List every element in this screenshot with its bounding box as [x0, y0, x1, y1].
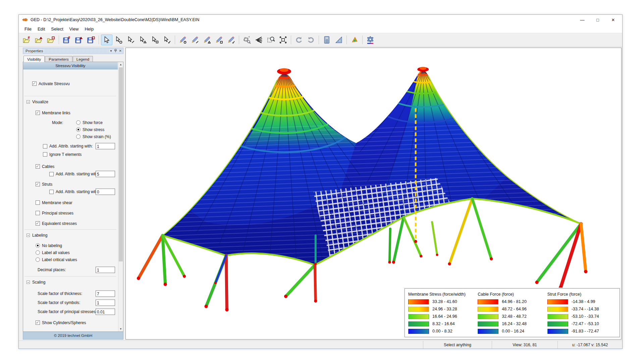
menu-edit[interactable]: Edit: [35, 25, 48, 33]
visualize-section-header[interactable]: Visualize: [23, 99, 118, 105]
struts-add-attrib-row: Add. Attrib. starting with: 0: [23, 188, 118, 196]
no-labeling-radio[interactable]: [36, 243, 40, 248]
collapse-minus-icon[interactable]: [26, 100, 30, 104]
select-polyline-button[interactable]: [161, 35, 173, 45]
scaling-section-header[interactable]: Scaling: [23, 279, 118, 286]
struts-checkbox[interactable]: [36, 182, 40, 186]
save-geometry-button[interactable]: [73, 35, 85, 45]
select-line-button[interactable]: [125, 35, 137, 45]
label-all-row: Label all values: [23, 249, 118, 256]
ignore-t-elements-checkbox[interactable]: [43, 152, 47, 157]
viewport-3d[interactable]: Membrane Stress (force/width) 33.28 - 41…: [125, 48, 622, 340]
scale-thickness-input[interactable]: 7: [96, 291, 115, 297]
cables-add-attrib-checkbox[interactable]: [49, 172, 54, 176]
save-mesh-button[interactable]: #: [61, 35, 72, 45]
labeling-section-header[interactable]: Labeling: [23, 232, 118, 239]
panel-footer: © 2019 technet GmbH: [23, 332, 123, 340]
maximize-button[interactable]: □: [590, 15, 605, 25]
open-mesh-button[interactable]: #: [21, 35, 33, 45]
title-bar[interactable]: GED - D:\2_Projekte\Easy\2020\03_26_Webs…: [19, 15, 622, 25]
menu-file[interactable]: File: [21, 25, 35, 33]
show-strain-radio[interactable]: [76, 134, 80, 139]
minimize-button[interactable]: —: [575, 15, 590, 25]
panel-scrollbar[interactable]: ▲ ▼: [118, 62, 123, 331]
stress-plot-button[interactable]: [349, 35, 360, 45]
membrane-links-checkbox[interactable]: [36, 111, 40, 115]
cables-checkbox[interactable]: [36, 164, 40, 169]
tab-legend[interactable]: Legend: [73, 56, 93, 62]
legend-column-title: Membrane Stress (force/width): [408, 291, 478, 298]
tab-parameters[interactable]: Parameters: [45, 56, 72, 62]
show-force-radio[interactable]: [76, 120, 80, 125]
draw-point-button[interactable]: [177, 35, 189, 45]
menu-view[interactable]: View: [66, 25, 82, 33]
properties-tabs: Visibility Parameters Legend: [23, 54, 123, 62]
toolbar-separator: [319, 36, 319, 44]
mode-row-strain: Show strain (%): [23, 133, 118, 140]
activate-stressvu-checkbox[interactable]: [32, 81, 37, 86]
menu-select[interactable]: Select: [48, 25, 66, 33]
legend-swatch: [408, 299, 429, 304]
decimal-places-input[interactable]: 1: [96, 267, 115, 273]
properties-content: Stressvu Visibility Activate Stressvu Vi…: [23, 62, 123, 332]
panel-close-icon[interactable]: ✕: [119, 49, 122, 53]
menu-help[interactable]: Help: [82, 25, 97, 33]
legend-strut-column: Strut Force (force) -14.38 - 4.99 -33.74…: [547, 291, 617, 336]
label-all-values-radio[interactable]: [36, 250, 40, 255]
square-glyph-icon: [52, 37, 54, 39]
status-select-hint: Select anything: [423, 341, 492, 349]
cables-add-attrib-input[interactable]: 5: [96, 171, 115, 177]
struts-add-attrib-input[interactable]: 0: [96, 189, 115, 195]
panel-pin-icon[interactable]: [114, 49, 117, 53]
show-cylinders-checkbox[interactable]: [36, 320, 40, 325]
draw-line-button[interactable]: [189, 35, 201, 45]
select-point-button[interactable]: [113, 35, 124, 45]
membrane-shear-row: Membrane shear: [23, 199, 118, 206]
legend-swatch: [547, 299, 568, 304]
save-layout-button[interactable]: [85, 35, 97, 45]
client-area: Properties ▾ ✕ Visibility Parameters Leg…: [19, 47, 622, 341]
triangle-glyph-icon: [144, 41, 146, 43]
select-triangle-button[interactable]: [137, 35, 149, 45]
redo-button[interactable]: [305, 35, 317, 45]
undo-button[interactable]: [293, 35, 305, 45]
principal-stresses-checkbox[interactable]: [36, 211, 40, 215]
close-button[interactable]: ✕: [605, 15, 621, 25]
stressvu-settings-gear-button[interactable]: [365, 35, 376, 45]
legend-swatch: [408, 321, 429, 326]
show-stress-radio[interactable]: [76, 127, 80, 132]
draw-triangle-button[interactable]: [201, 35, 213, 45]
scale-principal-input[interactable]: 0.01: [96, 309, 115, 315]
membrane-shear-checkbox[interactable]: [36, 200, 40, 205]
zoom-extents-button[interactable]: [277, 35, 289, 45]
mode-label: Mode:: [23, 120, 63, 125]
draw-quad-button[interactable]: [213, 35, 225, 45]
struts-add-attrib-checkbox[interactable]: [49, 190, 54, 194]
membrane-add-attrib-checkbox[interactable]: [43, 144, 47, 148]
draw-polyline-button[interactable]: [225, 35, 237, 45]
label-critical-values-radio[interactable]: [36, 257, 40, 262]
scrollbar-thumb[interactable]: [119, 67, 123, 261]
panel-menu-chevron-down-icon[interactable]: ▾: [110, 49, 112, 53]
select-cursor-button[interactable]: [101, 35, 112, 45]
orbit-pan-zoom-button[interactable]: [241, 35, 253, 45]
scale-symbols-input[interactable]: 1: [96, 300, 115, 306]
calculator-button[interactable]: [321, 35, 332, 45]
legend-swatch: [408, 329, 429, 334]
open-geometry-button[interactable]: [33, 35, 45, 45]
membrane-add-attrib-input[interactable]: 1: [96, 143, 115, 149]
measure-set-square-button[interactable]: [333, 35, 344, 45]
collapse-minus-icon[interactable]: [26, 281, 30, 284]
scroll-down-icon[interactable]: ▼: [118, 326, 123, 331]
tab-visibility[interactable]: Visibility: [23, 56, 45, 62]
zoom-previous-button[interactable]: [253, 35, 265, 45]
zoom-window-button[interactable]: [265, 35, 277, 45]
decimal-places-row: Decimal places: 1: [23, 266, 118, 274]
open-layout-button[interactable]: [45, 35, 57, 45]
select-quad-button[interactable]: [149, 35, 161, 45]
equivalent-stresses-checkbox[interactable]: [36, 221, 40, 226]
collapse-minus-icon[interactable]: [26, 234, 30, 237]
properties-panel-titlebar[interactable]: Properties ▾ ✕: [23, 48, 123, 54]
scroll-up-icon[interactable]: ▲: [118, 62, 123, 67]
hash-glyph-icon: #: [28, 36, 30, 40]
